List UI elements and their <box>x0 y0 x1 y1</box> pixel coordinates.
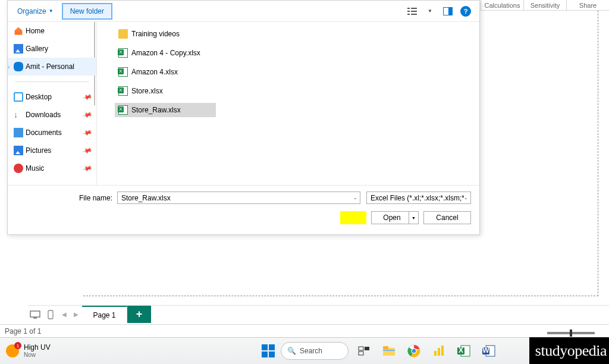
excel-icon <box>118 105 128 115</box>
search-icon: 🔍 <box>287 347 296 355</box>
pin-icon: 📌 <box>82 163 93 174</box>
taskbar-search[interactable]: 🔍 Search <box>281 342 349 360</box>
dialog-footer: File name: Store_Raw.xlsx ⌄ Excel Files … <box>8 185 479 235</box>
cancel-button[interactable]: Cancel <box>423 211 471 224</box>
cancel-label: Cancel <box>436 214 458 222</box>
zoom-slider[interactable] <box>547 332 595 334</box>
file-open-dialog: Organize ▼ New folder ▼ ? Home Gallery <box>7 0 480 235</box>
open-button[interactable]: Open ▼ <box>371 211 419 224</box>
nav-onedrive-personal[interactable]: › Amit - Personal <box>8 58 96 76</box>
svg-rect-20 <box>434 351 437 356</box>
organize-label: Organize <box>17 7 46 15</box>
weather-sub: Now <box>24 352 51 358</box>
svg-rect-22 <box>441 346 444 356</box>
task-view-icon[interactable] <box>354 341 373 360</box>
svg-rect-21 <box>438 348 440 356</box>
watermark-brand: studyopedia <box>529 337 609 364</box>
file-label: Amazon 4 - Copy.xlsx <box>131 49 200 57</box>
tab-prev-icon[interactable]: ◀ <box>58 306 70 323</box>
svg-text:W: W <box>482 346 489 354</box>
nav-gallery[interactable]: Gallery <box>8 40 96 58</box>
file-store[interactable]: Store.xlsx <box>115 84 216 98</box>
pin-icon: 📌 <box>82 127 93 138</box>
nav-label: Music <box>26 164 44 172</box>
pictures-icon <box>14 146 23 155</box>
nav-label: Home <box>26 27 45 35</box>
svg-rect-9 <box>33 318 37 319</box>
svg-rect-0 <box>407 8 410 9</box>
help-icon[interactable]: ? <box>460 6 471 17</box>
svg-rect-5 <box>411 14 417 15</box>
nav-label: Documents <box>26 128 62 137</box>
new-folder-button[interactable]: New folder <box>62 3 112 20</box>
desktop-layout-icon[interactable] <box>27 306 43 323</box>
gallery-icon <box>14 44 23 54</box>
word-icon[interactable]: W <box>479 341 498 360</box>
page-tabs: ◀ ▶ Page 1 + <box>27 305 609 323</box>
mobile-layout-icon[interactable] <box>43 306 58 323</box>
tab-next-icon[interactable]: ▶ <box>70 306 82 323</box>
filename-input[interactable]: Store_Raw.xlsx ⌄ <box>117 192 360 204</box>
file-store-raw[interactable]: Store_Raw.xlsx <box>115 103 216 117</box>
svg-rect-11 <box>359 347 363 350</box>
file-label: Store.xlsx <box>131 87 163 95</box>
filetype-select[interactable]: Excel Files (*.xl;*.xlsx;*.xlsm;*.xl ⌄ <box>366 192 471 204</box>
excel-icon <box>118 86 128 96</box>
add-page-button[interactable]: + <box>127 306 151 323</box>
chrome-icon[interactable] <box>404 341 423 360</box>
file-folder-training-videos[interactable]: Training videos <box>115 27 216 41</box>
nav-label: Pictures <box>26 146 51 155</box>
pin-icon: 📌 <box>82 92 93 102</box>
uv-icon <box>6 344 19 357</box>
pin-icon: 📌 <box>82 109 93 120</box>
chevron-down-icon[interactable]: ▼ <box>425 6 435 17</box>
nav-desktop[interactable]: Desktop 📌 <box>8 88 96 106</box>
nav-pictures[interactable]: Pictures 📌 <box>8 142 96 159</box>
nav-label: Gallery <box>26 45 48 53</box>
svg-text:X: X <box>459 346 463 354</box>
desktop-icon <box>14 92 23 102</box>
chevron-right-icon: › <box>8 64 10 70</box>
weather-title: High UV <box>24 344 51 352</box>
file-amazon4-copy[interactable]: Amazon 4 - Copy.xlsx <box>115 46 216 60</box>
file-list: Training videos Amazon 4 - Copy.xlsx Ama… <box>97 22 479 185</box>
taskbar-weather[interactable]: High UV Now <box>0 344 56 358</box>
nav-label: Amit - Personal <box>26 62 74 71</box>
organize-button[interactable]: Organize ▼ <box>11 3 59 20</box>
search-label: Search <box>300 347 322 355</box>
folder-icon <box>118 29 128 39</box>
nav-home[interactable]: Home <box>8 22 96 40</box>
pin-icon: 📌 <box>82 145 93 156</box>
cmd-sensitivity[interactable]: Sensitivity <box>523 0 566 10</box>
powerbi-icon[interactable] <box>429 341 448 360</box>
svg-rect-15 <box>383 346 388 349</box>
cmd-share[interactable]: Share <box>566 0 609 10</box>
svg-point-19 <box>412 349 416 353</box>
explorer-icon[interactable] <box>379 341 398 360</box>
tab-page1[interactable]: Page 1 <box>82 306 127 323</box>
svg-rect-12 <box>365 347 369 350</box>
view-mode-icon[interactable] <box>407 6 417 17</box>
svg-rect-1 <box>407 11 410 12</box>
excel-icon[interactable]: X <box>454 341 473 360</box>
nav-downloads[interactable]: ↓ Downloads 📌 <box>8 106 96 124</box>
preview-pane-icon[interactable] <box>442 6 453 17</box>
cmd-calculations[interactable]: Calculations <box>481 0 523 10</box>
documents-icon <box>14 128 23 137</box>
excel-icon <box>118 67 128 77</box>
svg-rect-4 <box>411 11 417 12</box>
nav-documents[interactable]: Documents 📌 <box>8 124 96 142</box>
open-split-chevron-icon[interactable]: ▼ <box>409 212 418 224</box>
chevron-down-icon[interactable]: ⌄ <box>464 195 468 200</box>
file-amazon4[interactable]: Amazon 4.xlsx <box>115 65 216 79</box>
cloud-icon <box>14 62 23 71</box>
open-label: Open <box>383 214 400 222</box>
chevron-down-icon[interactable]: ⌄ <box>353 195 357 200</box>
windows-taskbar: High UV Now 🔍 Search X W studyopedia <box>0 337 609 364</box>
highlight-marker <box>340 211 366 224</box>
start-button[interactable] <box>262 344 275 357</box>
nav-music[interactable]: Music 📌 <box>8 159 96 177</box>
nav-label: Desktop <box>26 93 52 101</box>
chevron-down-icon: ▼ <box>49 8 54 14</box>
file-label: Training videos <box>131 30 180 38</box>
